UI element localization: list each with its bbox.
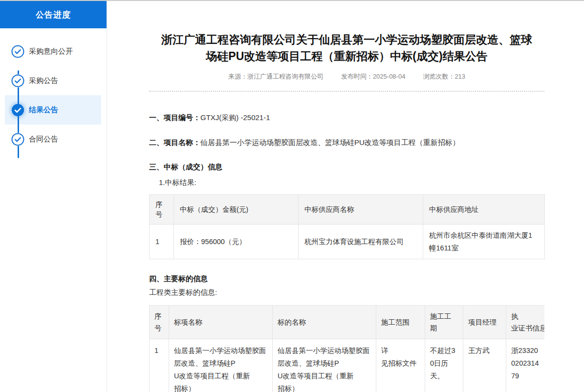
announcement-progress-sidebar: 公告进度 采购意向公开 采购公告 结果公告 [0,1,107,392]
sidebar-item-procurement-intent[interactable]: 采购意向公开 [5,37,101,66]
cell-subject-name: 仙居县第一小学运动场塑胶面 层改造、篮球场硅P U改造等项目工程（重新 招标） [273,339,376,392]
page-title: 浙江广通工程咨询有限公司关于仙居县第一小学运动场塑胶面层改造、篮球 场硅PU改造… [149,31,544,64]
cell-supplier-address: 杭州市余杭区中泰街道南湖大厦1 幢1611室 [423,225,545,259]
page-layout: 公告进度 采购意向公开 采购公告 结果公告 [0,1,584,392]
column-header: 施工工 期 [425,306,463,339]
cell-lot-name: 仙居县第一小学运动场塑胶面 层改造、篮球场硅P U改造等项目工程（重新 招标） [169,339,273,392]
cell-index: 1 [150,225,174,259]
sidebar-item-result-notice[interactable]: 结果公告 [5,95,101,124]
subject-info-table: 序 号 标项名称 标的名称 施工范围 施工工 期 项目经理 执 业证书信息 1 [149,305,544,392]
progress-steps: 采购意向公开 采购公告 结果公告 合同公告 [0,28,107,154]
subject-table-clip: 序 号 标项名称 标的名称 施工范围 施工工 期 项目经理 执 业证书信息 1 [149,305,544,392]
meta-publish-time: 发布时间：2025-08-04 [341,72,406,81]
sidebar-item-contract-notice[interactable]: 合同公告 [5,124,101,154]
table-header-row: 序号 中标（成交）金额(元) 中标供应商名称 中标供应商地址 [150,195,545,225]
award-result-table: 序号 中标（成交）金额(元) 中标供应商名称 中标供应商地址 1 报价：9560… [149,194,545,259]
announcement-main: 浙江广通工程咨询有限公司关于仙居县第一小学运动场塑胶面层改造、篮球 场硅PU改造… [107,1,584,392]
sidebar-item-label: 采购意向公开 [29,47,73,56]
column-header: 执 业证书信息 [506,306,545,339]
section-award-info-title: 三、中标（成交）信息 [149,162,544,172]
section-subject-info-title: 四、主要标的信息 [149,274,544,284]
subject-info-subtitle: 工程类主要标的信息: [149,288,544,297]
dotted-divider [149,91,544,92]
check-circle-filled-icon [11,103,24,117]
cell-index: 1 [150,339,169,392]
table-row: 1 仙居县第一小学运动场塑胶面 层改造、篮球场硅P U改造等项目工程（重新 招标… [150,339,545,392]
column-header: 标项名称 [169,306,273,339]
section-project-number: 一、项目编号：GTXJ(采购) -25021-1 [149,113,544,123]
column-header: 序 号 [150,306,169,339]
cell-project-manager: 王方武 [463,339,506,392]
article-meta: 来源：浙江广通工程咨询有限公司 发布时间：2025-08-04 浏览次数：213 [149,72,544,81]
meta-view-count: 浏览次数：213 [423,72,465,81]
column-header: 序号 [150,195,174,225]
column-header: 中标供应商地址 [423,195,545,225]
column-header: 施工范围 [376,306,425,339]
column-header: 项目经理 [463,306,506,339]
meta-source: 来源：浙江广通工程咨询有限公司 [228,72,324,81]
cell-supplier-name: 杭州宝力体育设施工程有限公司 [299,225,423,259]
check-circle-icon [11,74,24,87]
cell-amount: 报价：956000（元） [174,225,299,259]
table-row: 1 报价：956000（元） 杭州宝力体育设施工程有限公司 杭州市余杭区中泰街道… [150,225,545,259]
section-project-name: 二、项目名称：仙居县第一小学运动场塑胶面层改造、篮球场硅PU改造等项目工程（重新… [149,138,544,147]
cell-construction-period: 不超过3 0日历 天。 [425,339,463,392]
sidebar-item-label: 合同公告 [29,135,58,144]
award-result-subtitle: 1.中标结果: [149,178,544,187]
column-header: 中标（成交）金额(元) [174,195,299,225]
check-circle-icon [11,133,24,146]
sidebar-item-label: 采购公告 [29,76,58,85]
cell-certificate-number: 浙23320 0202314 79 [506,339,545,392]
check-circle-icon [11,45,24,58]
table-header-row: 序 号 标项名称 标的名称 施工范围 施工工 期 项目经理 执 业证书信息 [150,306,545,339]
cell-construction-scope: 详 见招标文件 [376,339,425,392]
column-header: 标的名称 [273,306,376,339]
sidebar-item-label: 结果公告 [29,105,58,115]
sidebar-item-procurement-notice[interactable]: 采购公告 [5,66,101,95]
sidebar-title: 公告进度 [0,1,107,28]
column-header: 中标供应商名称 [299,195,423,225]
